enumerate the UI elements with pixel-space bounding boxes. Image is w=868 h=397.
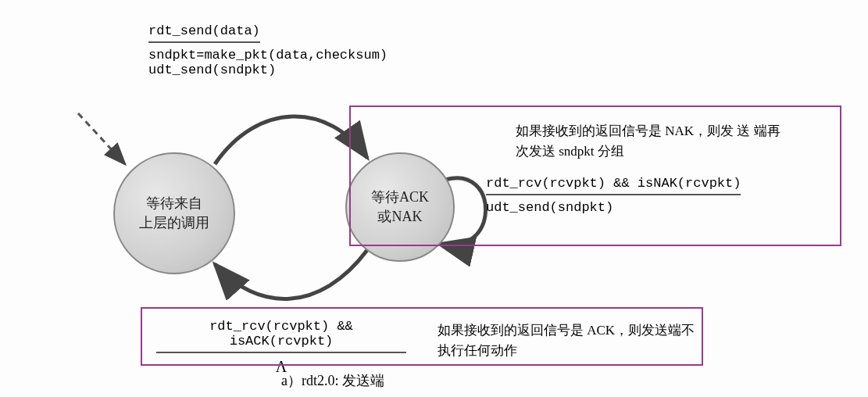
highlight-box-nak xyxy=(349,106,841,246)
svg-line-1 xyxy=(78,113,125,164)
send-action-1: sndpkt=make_pkt(data,checksum) xyxy=(148,48,430,63)
transition-send: rdt_send(data) sndpkt=make_pkt(data,chec… xyxy=(148,23,430,77)
state-wait-call-label: 等待来自上层的调用 xyxy=(139,194,209,233)
state-wait-call: 等待来自上层的调用 xyxy=(113,152,235,274)
send-event: rdt_send(data) xyxy=(148,23,260,43)
figure-caption: a）rdt2.0: 发送端 xyxy=(281,371,384,390)
send-action-2: udt_send(sndpkt) xyxy=(148,63,430,77)
highlight-box-ack xyxy=(141,307,703,366)
